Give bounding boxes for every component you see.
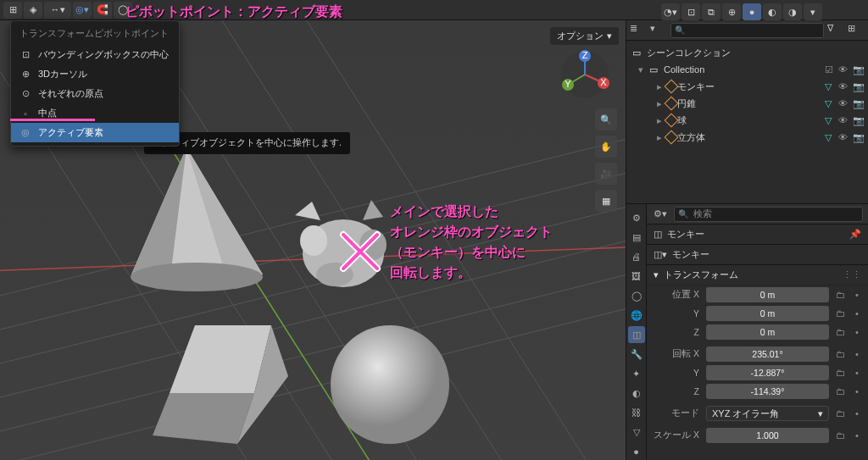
tree-collection[interactable]: ▾ ▭ Collection ☑ 👁 📷	[626, 61, 868, 78]
overlay-toggle[interactable]: ⊡	[682, 3, 700, 20]
tab-render[interactable]: ▤	[628, 229, 645, 246]
disclosure-icon[interactable]: ▾	[635, 64, 647, 75]
lib-override-icon[interactable]: 🗀	[832, 428, 848, 443]
camera-icon[interactable]: 📷	[853, 64, 865, 75]
camera-icon[interactable]: 📷	[853, 132, 865, 143]
tree-scene-collection[interactable]: ▭ シーンコレクション	[626, 44, 868, 61]
gizmo-dropdown[interactable]: ◔▾	[661, 3, 680, 20]
section-label: トランスフォーム	[664, 269, 738, 281]
editor-type-dropdown[interactable]: ⊞	[3, 2, 22, 19]
location-x-input[interactable]: 0 m	[706, 287, 829, 302]
tab-particles[interactable]: ✦	[628, 365, 645, 382]
outliner-search[interactable]	[670, 23, 824, 38]
outliner-filter-button[interactable]: ∇	[827, 23, 844, 38]
lock-icon[interactable]: •	[851, 324, 863, 340]
tab-data[interactable]: ▽	[628, 424, 645, 441]
tab-viewlayer[interactable]: 🖼	[628, 268, 645, 285]
scale-x-input[interactable]: 1.000	[706, 428, 829, 443]
location-z-input[interactable]: 0 m	[706, 324, 829, 340]
eye-icon[interactable]: 👁	[838, 98, 848, 109]
cone-object[interactable]	[131, 147, 263, 291]
properties-search-bar: ⚙▾ 検索	[647, 204, 868, 224]
lib-override-icon[interactable]: 🗀	[832, 406, 848, 421]
sphere-object[interactable]	[331, 325, 449, 444]
location-y-input[interactable]: 0 m	[706, 306, 829, 321]
orientation-gizmo[interactable]: X Y Z	[559, 49, 610, 100]
tree-item-monkey[interactable]: ▸ モンキー ▽ 👁 📷	[626, 78, 868, 95]
pivot-option-individual[interactable]: ⊙ それぞれの原点	[11, 84, 179, 103]
pivot-point-dropdown[interactable]: ◎▾	[73, 2, 92, 19]
lock-icon[interactable]: •	[851, 384, 863, 399]
xray-toggle[interactable]: ⧉	[702, 3, 721, 20]
pivot-option-bbox[interactable]: ⊡ バウンディングボックスの中心	[11, 45, 179, 64]
pivot-option-cursor[interactable]: ⊕ 3Dカーソル	[11, 64, 179, 84]
shading-wireframe[interactable]: ⊕	[722, 3, 741, 20]
tree-item-sphere[interactable]: ▸ 球 ▽ 👁 📷	[626, 112, 868, 129]
tab-scene[interactable]: ◯	[628, 287, 645, 304]
tree-label: 球	[677, 114, 818, 127]
outliner-display-mode[interactable]: ▾	[650, 23, 667, 38]
rotation-x-input[interactable]: 235.01°	[706, 346, 829, 362]
tree-item-cube[interactable]: ▸ 立方体 ▽ 👁 📷	[626, 129, 868, 146]
perspective-icon[interactable]: ▦	[595, 190, 617, 212]
modifier-icon[interactable]: ▽	[825, 98, 832, 109]
eye-icon[interactable]: 👁	[838, 64, 848, 75]
lock-icon[interactable]: •	[851, 406, 863, 421]
svg-text:Y: Y	[565, 79, 571, 89]
lock-icon[interactable]: •	[851, 287, 863, 302]
lib-override-icon[interactable]: 🗀	[832, 346, 848, 362]
pan-icon[interactable]: ✋	[595, 136, 617, 158]
lib-override-icon[interactable]: 🗀	[832, 306, 848, 321]
lib-override-icon[interactable]: 🗀	[832, 384, 848, 399]
shading-dropdown[interactable]: ▾	[804, 3, 822, 20]
lib-override-icon[interactable]: 🗀	[832, 324, 848, 340]
eye-icon[interactable]: 👁	[838, 81, 848, 92]
properties-panel: ⚙ ▤ 🖨 🖼 ◯ 🌐 ◫ 🔧 ✦ ◐ ⛓ ▽ ● ⚙▾ 検索	[626, 204, 868, 460]
shading-solid[interactable]: ●	[743, 3, 761, 20]
tab-modifiers[interactable]: 🔧	[628, 346, 645, 363]
tree-item-cone[interactable]: ▸ 円錐 ▽ 👁 📷	[626, 95, 868, 112]
tab-constraints[interactable]: ⛓	[628, 404, 645, 421]
lib-override-icon[interactable]: 🗀	[832, 287, 848, 302]
pivot-option-active[interactable]: ◎ アクティブ要素	[11, 123, 179, 142]
pin-icon[interactable]: 📌	[849, 229, 861, 240]
tab-output[interactable]: 🖨	[628, 248, 645, 265]
lock-icon[interactable]: •	[851, 306, 863, 321]
lock-icon[interactable]: •	[851, 365, 863, 380]
snap-toggle[interactable]: 🧲	[93, 2, 112, 19]
tab-tool[interactable]: ⚙	[628, 209, 645, 226]
dropdown-item-label: 3Dカーソル	[38, 68, 87, 80]
rotation-y-input[interactable]: -12.887°	[706, 365, 829, 380]
arrow-dropdown[interactable]: ↔▾	[44, 2, 71, 19]
camera-icon[interactable]: 📷	[853, 98, 865, 109]
rotation-mode-dropdown[interactable]: XYZ オイラー角 ▾	[706, 406, 829, 421]
properties-search-input[interactable]: 検索	[674, 207, 863, 222]
section-transform-header[interactable]: ▾ トランスフォーム ⋮⋮	[647, 265, 868, 285]
tab-physics[interactable]: ◐	[628, 385, 645, 402]
eye-icon[interactable]: 👁	[838, 115, 848, 126]
tab-object[interactable]: ◫	[628, 326, 645, 343]
tab-material[interactable]: ●	[628, 443, 645, 460]
shading-rendered[interactable]: ◑	[783, 3, 802, 20]
shading-matprev[interactable]: ◐	[763, 3, 782, 20]
viewport-options-button[interactable]: オプション ▾	[550, 27, 619, 45]
tab-world[interactable]: 🌐	[628, 307, 645, 324]
modifier-icon[interactable]: ▽	[825, 132, 832, 143]
camera-icon[interactable]: 🎥	[595, 163, 617, 185]
camera-icon[interactable]: 📷	[853, 115, 865, 126]
modifier-icon[interactable]: ▽	[825, 81, 832, 92]
lock-icon[interactable]: •	[851, 346, 863, 362]
mode-dropdown[interactable]: ◈	[24, 2, 42, 19]
lock-icon[interactable]: •	[851, 428, 863, 443]
checkbox-icon[interactable]: ☑	[825, 64, 833, 75]
outliner-editor-type[interactable]: ≣	[630, 23, 647, 38]
rotation-z-input[interactable]: -114.39°	[706, 384, 829, 399]
properties-editor-type[interactable]: ⚙▾	[652, 208, 669, 219]
eye-icon[interactable]: 👁	[838, 132, 848, 143]
section-menu-icon[interactable]: ⋮⋮	[843, 269, 861, 280]
modifier-icon[interactable]: ▽	[825, 115, 832, 126]
zoom-icon[interactable]: 🔍	[595, 108, 617, 130]
lib-override-icon[interactable]: 🗀	[832, 365, 848, 380]
outliner-new-collection[interactable]: ⊞	[848, 23, 865, 38]
camera-icon[interactable]: 📷	[853, 81, 865, 92]
